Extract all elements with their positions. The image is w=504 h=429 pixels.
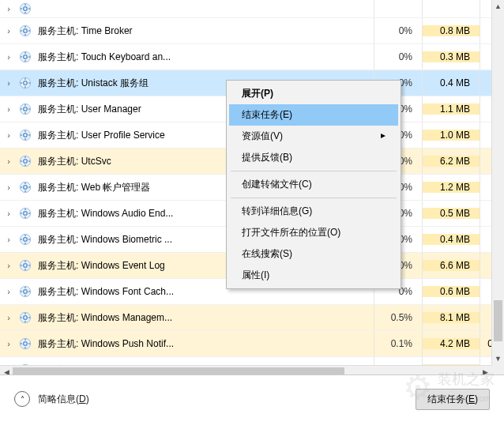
vertical-scrollbar[interactable]: ▲ ▼ (491, 0, 504, 365)
svg-rect-3 (21, 8, 22, 9)
svg-rect-48 (21, 239, 22, 239)
svg-rect-37 (24, 190, 25, 192)
horizontal-scrollbar[interactable]: ◀ ▶ (0, 365, 491, 375)
process-name-label: 服务主机: User Manager (38, 103, 141, 116)
menu-separator (231, 198, 397, 198)
context-menu: 展开(P) 结束任务(E) 资源值(V) ▸ 提供反馈(B) 创建转储文件(C)… (226, 80, 401, 289)
table-row[interactable]: › 服务主机: Windows Push Notif... 0.1% 4.2 M… (0, 331, 504, 357)
svg-rect-2 (24, 12, 25, 13)
scroll-left-button[interactable]: ◀ (0, 366, 13, 375)
expand-chevron-icon[interactable]: › (0, 26, 17, 36)
expand-chevron-icon[interactable]: › (0, 52, 17, 62)
expand-chevron-icon[interactable]: › (0, 287, 17, 296)
submenu-arrow-icon: ▸ (381, 130, 386, 141)
expand-chevron-icon[interactable]: › (0, 235, 17, 244)
svg-rect-51 (24, 261, 25, 262)
svg-rect-36 (24, 183, 25, 184)
ctx-create-dump[interactable]: 创建转储文件(C) (229, 174, 398, 195)
table-row[interactable]: › 服务主机: Time Broker 0% 0.8 MB 0 (0, 18, 504, 44)
cpu-cell: 0% (374, 25, 422, 36)
fewer-details-label: 简略信息(D) (38, 393, 89, 406)
memory-cell: 6.2 MB (423, 156, 480, 167)
menu-separator (231, 171, 397, 171)
svg-rect-27 (24, 138, 25, 140)
expand-chevron-icon[interactable]: › (0, 261, 17, 270)
expand-chevron-icon[interactable]: › (0, 313, 17, 322)
ctx-feedback[interactable]: 提供反馈(B) (229, 147, 398, 168)
svg-rect-49 (28, 239, 30, 239)
svg-rect-7 (24, 34, 25, 36)
process-name-label: 服务主机: Windows Push Notif... (38, 337, 174, 351)
ctx-expand-label: 展开(P) (242, 88, 273, 99)
svg-rect-14 (28, 56, 30, 57)
svg-rect-64 (28, 317, 30, 318)
ctx-end-task[interactable]: 结束任务(E) (229, 104, 398, 126)
process-name-label: 服务主机: Windows Managem... (38, 311, 172, 325)
svg-rect-29 (28, 134, 30, 135)
ctx-open-location[interactable]: 打开文件所在的位置(O) (229, 222, 398, 243)
expand-chevron-icon[interactable]: › (0, 209, 17, 218)
svg-rect-43 (21, 213, 22, 213)
ctx-expand[interactable]: 展开(P) (229, 83, 398, 104)
svg-rect-46 (24, 235, 25, 236)
process-name-cell: 服务主机: Windows Managem... (17, 310, 374, 326)
expand-chevron-icon[interactable]: › (0, 4, 17, 13)
expand-chevron-icon[interactable]: › (0, 130, 17, 140)
expand-chevron-icon[interactable]: › (0, 183, 17, 192)
svg-rect-26 (24, 130, 25, 132)
cpu-cell: 0.1% (374, 338, 422, 349)
ctx-resource-values[interactable]: 资源值(V) ▸ (229, 126, 398, 147)
memory-cell: 0.8 MB (423, 25, 480, 36)
svg-rect-19 (28, 82, 30, 83)
scroll-down-button[interactable]: ▼ (492, 352, 504, 365)
expand-chevron-icon[interactable]: › (0, 78, 17, 88)
process-name-label: 服务主机: Time Broker (38, 24, 133, 38)
scroll-up-button[interactable]: ▲ (492, 0, 504, 13)
process-name-label: 服务主机: Windows Biometric ... (38, 233, 172, 246)
svg-rect-32 (24, 164, 25, 166)
ctx-goto-details[interactable]: 转到详细信息(G) (229, 201, 398, 222)
expand-chevron-icon[interactable]: › (0, 156, 17, 166)
svg-rect-56 (24, 287, 25, 288)
table-row[interactable]: › 服务主机: Windows Managem... 0.5% 8.1 MB 0 (0, 305, 504, 331)
gear-icon (17, 101, 33, 117)
chevron-up-icon: ˄ (14, 391, 30, 407)
process-name-label: 服务主机: Windows Audio End... (38, 207, 173, 220)
cpu-cell: 0% (374, 51, 422, 62)
process-name-label: 服务主机: Windows Event Log (38, 259, 165, 273)
scroll-thumb-vertical[interactable] (494, 300, 502, 341)
scroll-thumb-horizontal[interactable] (13, 367, 344, 375)
process-name-cell (17, 1, 374, 17)
process-name-label: 服务主机: Windows Font Cach... (38, 285, 174, 299)
expand-chevron-icon[interactable]: › (0, 339, 17, 348)
svg-rect-4 (28, 8, 30, 9)
gear-icon (17, 205, 33, 221)
svg-rect-16 (24, 78, 25, 80)
table-row[interactable]: › (0, 0, 504, 18)
svg-rect-33 (21, 160, 22, 161)
gear-icon (17, 179, 33, 195)
memory-cell: 1.2 MB (423, 182, 480, 193)
process-name-label: 服务主机: Unistack 服务组 (38, 77, 149, 90)
svg-rect-59 (28, 291, 30, 292)
table-row[interactable]: › 服务主机: Touch Keyboard an... 0% 0.3 MB 0 (0, 44, 504, 70)
process-name-cell: 服务主机: Windows Push Notif... (17, 336, 374, 352)
memory-cell: 0.5 MB (423, 208, 480, 219)
memory-cell: 0.3 MB (423, 51, 480, 62)
svg-rect-8 (21, 30, 22, 31)
memory-cell: 4.2 MB (423, 338, 480, 349)
memory-cell: 1.1 MB (423, 103, 480, 115)
process-name-label: 服务主机: Web 帐户管理器 (38, 181, 150, 194)
fewer-details-link[interactable]: ˄ 简略信息(D) (14, 391, 89, 407)
ctx-properties[interactable]: 属性(I) (229, 265, 398, 286)
ctx-search-online[interactable]: 在线搜索(S) (229, 243, 398, 265)
svg-rect-42 (24, 216, 25, 218)
gear-icon (17, 49, 33, 65)
expand-chevron-icon[interactable]: › (0, 104, 17, 114)
svg-rect-23 (21, 108, 22, 109)
scroll-right-button[interactable]: ▶ (479, 366, 491, 375)
svg-rect-69 (28, 343, 30, 344)
svg-rect-58 (21, 291, 22, 292)
gear-icon (17, 258, 33, 273)
end-task-button[interactable]: 结束任务(E) (416, 389, 490, 410)
